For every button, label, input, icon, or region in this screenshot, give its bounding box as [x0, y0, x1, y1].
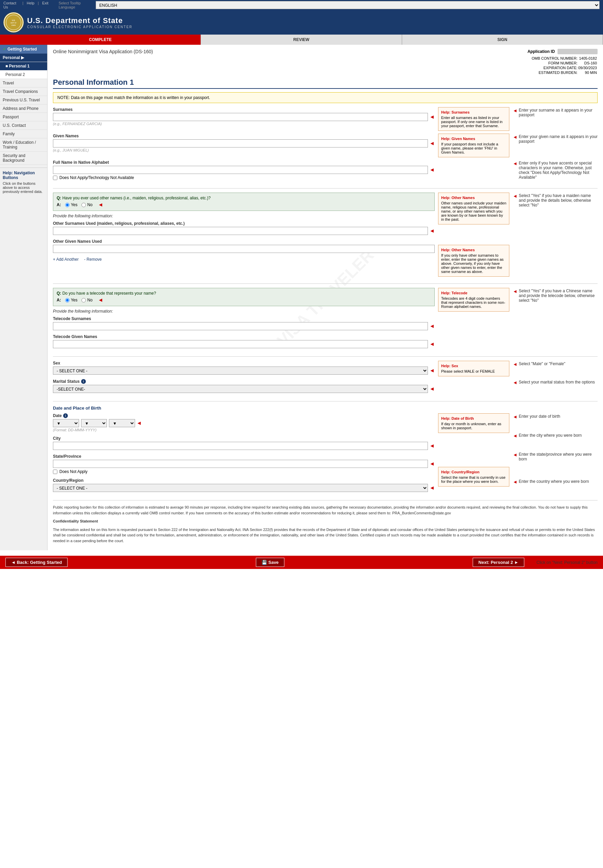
- marital-select[interactable]: -SELECT ONE- Single Married Widowed Divo…: [53, 385, 428, 393]
- telecode-given-names-label: Telecode Given Names: [53, 334, 435, 339]
- telecode-yes-radio[interactable]: [65, 298, 70, 302]
- sidebar-item-security[interactable]: Security and Background: [0, 151, 47, 165]
- native-name-arrow: ◄: [429, 167, 435, 173]
- sidebar-item-personal2[interactable]: Personal 2: [0, 71, 47, 79]
- country-select[interactable]: - SELECT ONE -: [53, 484, 428, 492]
- sex-select[interactable]: - SELECT ONE - MALE FEMALE: [53, 367, 428, 375]
- city-input[interactable]: [53, 442, 428, 450]
- dob-info-icon[interactable]: i: [63, 413, 68, 418]
- save-button[interactable]: 💾 Save: [256, 558, 284, 567]
- sidebar-item-address[interactable]: Address and Phone: [0, 105, 47, 113]
- telecode-no-label[interactable]: No: [82, 298, 92, 302]
- tooltip-language-select[interactable]: ENGLISH: [96, 1, 600, 9]
- telecode-provide-info: Provide the following information:: [53, 309, 435, 314]
- exit-link[interactable]: Exit: [42, 1, 48, 9]
- sidebar-item-family[interactable]: Family: [0, 130, 47, 138]
- provide-info-label: Provide the following information:: [53, 214, 435, 218]
- step-review[interactable]: REVIEW: [201, 35, 402, 45]
- sidebar-item-prev-travel[interactable]: Previous U.S. Travel: [0, 96, 47, 105]
- given-names-section: Given Names ◄ (e.g., JUAN MIGUEL) Help: …: [53, 134, 598, 160]
- other-given-names-input[interactable]: [53, 245, 435, 253]
- step-sign[interactable]: SIGN: [402, 35, 603, 45]
- sidebar-item-travel-companions[interactable]: Travel Companions: [0, 88, 47, 96]
- native-name-help: [435, 160, 509, 184]
- native-name-label: Full Name in Native Alphabet: [53, 160, 435, 165]
- sidebar-item-personal[interactable]: Personal ▶: [0, 54, 47, 62]
- telecode-help-box: Help: Telecode Telecodes are 4 digit cod…: [438, 288, 509, 311]
- dob-section: Date i ▼ ▼: [53, 413, 598, 496]
- given-names-left: Given Names ◄ (e.g., JUAN MIGUEL): [53, 134, 435, 160]
- sex-left: Sex - SELECT ONE - MALE FEMALE ◄: [53, 361, 435, 379]
- content-area: VISA TRAVELER Online Nonimmigrant Visa A…: [48, 45, 603, 550]
- sidebar-getting-started[interactable]: ✓ Getting Started: [0, 45, 47, 54]
- app-id-value: ██████████: [558, 49, 598, 54]
- state-does-not-apply-row: Does Not Apply: [53, 469, 435, 474]
- native-does-not-apply-checkbox[interactable]: [53, 176, 57, 180]
- state-arrow: ◄: [429, 461, 435, 467]
- next-row: Next: Personal 2 ► ◄ Click on "Next: Per…: [473, 558, 598, 567]
- sidebar-item-passport[interactable]: Passport: [0, 113, 47, 122]
- state-input-row: ◄: [53, 460, 435, 468]
- sep3: [53, 356, 598, 357]
- other-names-annotation: ◄ Select "Yes" if you have a maiden name…: [509, 193, 598, 279]
- add-remove-row: + Add Another - Remove: [53, 257, 435, 262]
- sidebar-item-us-contact[interactable]: U.S. Contact: [0, 122, 47, 130]
- other-names2-help-box: Help: Other Names If you only have other…: [438, 245, 509, 277]
- sidebar-help: Help: Navigation Buttons Click on the bu…: [0, 168, 47, 196]
- sep2: [53, 284, 598, 284]
- state-input[interactable]: [53, 460, 428, 468]
- telecode-given-names-input[interactable]: [53, 340, 428, 348]
- seal: U.S. DEPT OF STATE: [3, 12, 24, 32]
- telecode-given-names-arrow: ◄: [429, 341, 435, 347]
- other-surnames-input[interactable]: [53, 227, 428, 235]
- sep5: [53, 500, 598, 501]
- help-link[interactable]: Help: [27, 1, 35, 9]
- surnames-input[interactable]: [53, 113, 428, 121]
- svg-text:U.S.: U.S.: [12, 19, 15, 22]
- sep4: [53, 401, 598, 401]
- telecode-help: Help: Telecode Telecodes are 4 digit cod…: [435, 288, 509, 352]
- app-form-title: Online Nonimmigrant Visa Application (DS…: [53, 49, 153, 54]
- telecode-given-names-input-row: ◄: [53, 340, 435, 348]
- city-label: City: [53, 436, 435, 441]
- sidebar-item-work[interactable]: Work / Education / Training: [0, 138, 47, 151]
- telecode-surnames-label: Telecode Surnames: [53, 316, 435, 321]
- marital-info-icon[interactable]: i: [81, 379, 86, 384]
- contact-link[interactable]: Contact Us: [3, 1, 19, 9]
- dob-month-select[interactable]: ▼: [81, 419, 107, 427]
- telecode-no-radio[interactable]: [82, 298, 86, 302]
- telecode-surnames-input[interactable]: [53, 322, 428, 330]
- step-complete[interactable]: COMPLETE: [0, 35, 201, 45]
- other-names-no-radio[interactable]: [82, 203, 86, 207]
- telecode-yes-label[interactable]: Yes: [65, 298, 78, 302]
- telecode-q-label: Q: Do you have a telecode that represent…: [57, 291, 431, 296]
- sidebar-item-personal1[interactable]: ■ Personal 1: [0, 62, 47, 71]
- marital-label: Marital Status i: [53, 379, 435, 384]
- given-names-input[interactable]: [53, 139, 428, 148]
- other-names-yes-radio[interactable]: [65, 203, 70, 207]
- telecode-surnames-input-row: ◄: [53, 322, 435, 330]
- state-does-not-apply-checkbox[interactable]: [53, 470, 57, 474]
- telecode-section: Q: Do you have a telecode that represent…: [53, 288, 598, 352]
- back-button[interactable]: ◄ Back: Getting Started: [5, 558, 68, 567]
- other-surnames-input-row: ◄: [53, 227, 435, 235]
- other-names-no-label[interactable]: No: [82, 202, 92, 207]
- remove-link[interactable]: - Remove: [84, 257, 102, 262]
- dob-input-row: ▼ ▼ ▼ ◄: [53, 419, 435, 427]
- add-another-link[interactable]: + Add Another: [53, 257, 79, 262]
- other-names-section: Q: Have you ever used other names (i.e.,…: [53, 193, 598, 279]
- bottom-bar: ◄ Back: Getting Started 💾 Save Next: Per…: [0, 556, 603, 569]
- given-names-label: Given Names: [53, 134, 435, 138]
- telecode-annotation: ◄ Select "Yes" if you have a Chinese nam…: [509, 288, 598, 352]
- other-names-yes-label[interactable]: Yes: [65, 202, 78, 207]
- native-name-input[interactable]: [53, 166, 428, 174]
- native-name-field-group: Full Name in Native Alphabet ◄ Does Not …: [53, 160, 435, 180]
- given-names-field-group: Given Names ◄ (e.g., JUAN MIGUEL): [53, 134, 435, 152]
- telecode-question: Q: Do you have a telecode that represent…: [53, 288, 435, 306]
- dob-day-select[interactable]: ▼: [53, 419, 79, 427]
- country-field-group: Country/Region - SELECT ONE - ◄: [53, 478, 435, 492]
- next-button[interactable]: Next: Personal 2 ►: [473, 558, 524, 567]
- dob-arrow: ◄: [136, 420, 142, 426]
- sidebar-item-travel[interactable]: Travel: [0, 79, 47, 88]
- dob-year-select[interactable]: ▼: [109, 419, 135, 427]
